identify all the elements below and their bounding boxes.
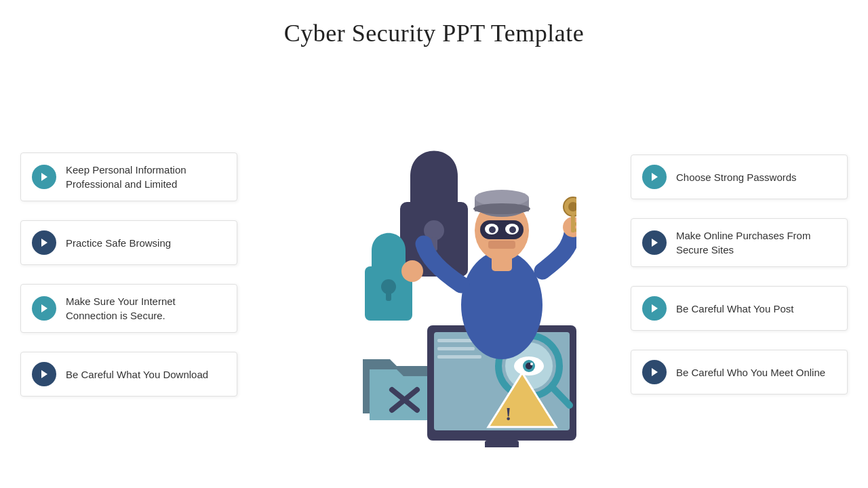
svg-rect-30	[575, 228, 576, 232]
svg-rect-42	[488, 241, 515, 249]
card-text-online-purchases: Make Online Purchases From Secure Sites	[676, 228, 836, 257]
card-careful-download: Be Careful What You Download	[20, 352, 237, 396]
card-text-careful-post: Be Careful What You Post	[676, 302, 793, 316]
svg-point-17	[530, 363, 533, 365]
svg-text:!: !	[505, 403, 511, 424]
svg-rect-21	[437, 355, 481, 359]
svg-rect-10	[485, 441, 519, 447]
card-text-careful-download: Be Careful What You Download	[66, 367, 208, 382]
main-layout: Keep Personal Information Professional a…	[0, 54, 868, 488]
left-column: Keep Personal Information Professional a…	[20, 146, 237, 396]
svg-point-43	[401, 260, 423, 282]
svg-rect-5	[386, 291, 391, 301]
svg-rect-29	[575, 222, 576, 226]
svg-rect-28	[571, 216, 575, 232]
right-column: Choose Strong Passwords Make Online Purc…	[631, 148, 848, 394]
chevron-right-icon-6	[642, 230, 667, 255]
svg-rect-20	[437, 347, 475, 350]
card-text-practice-browsing: Practice Safe Browsing	[66, 236, 171, 250]
card-online-purchases: Make Online Purchases From Secure Sites	[631, 218, 848, 267]
card-text-meet-online: Be Careful Who You Meet Online	[676, 365, 825, 380]
cyber-security-illustration: !	[292, 95, 576, 447]
chevron-right-icon-8	[642, 360, 667, 384]
chevron-right-icon-2	[32, 230, 56, 255]
card-careful-post: Be Careful What You Post	[631, 286, 848, 331]
card-internet-connection: Make Sure Your Internet Connection is Se…	[20, 284, 237, 333]
chevron-right-icon-7	[642, 296, 667, 321]
chevron-right-icon-1	[32, 165, 56, 189]
svg-point-41	[509, 226, 516, 233]
svg-point-36	[473, 203, 530, 214]
page-title: Cyber Security PPT Template	[0, 0, 868, 54]
svg-point-40	[489, 226, 496, 233]
card-choose-passwords: Choose Strong Passwords	[631, 155, 848, 199]
chevron-right-icon-5	[642, 165, 667, 189]
chevron-right-icon-3	[32, 296, 56, 321]
card-practice-browsing: Practice Safe Browsing	[20, 220, 237, 265]
center-illustration: !	[292, 95, 576, 447]
card-text-internet-connection: Make Sure Your Internet Connection is Se…	[66, 294, 226, 323]
card-text-keep-personal: Keep Personal Information Professional a…	[66, 163, 226, 191]
card-keep-personal: Keep Personal Information Professional a…	[20, 152, 237, 201]
chevron-right-icon-4	[32, 362, 56, 386]
card-text-choose-passwords: Choose Strong Passwords	[676, 170, 797, 184]
card-meet-online: Be Careful Who You Meet Online	[631, 350, 848, 394]
